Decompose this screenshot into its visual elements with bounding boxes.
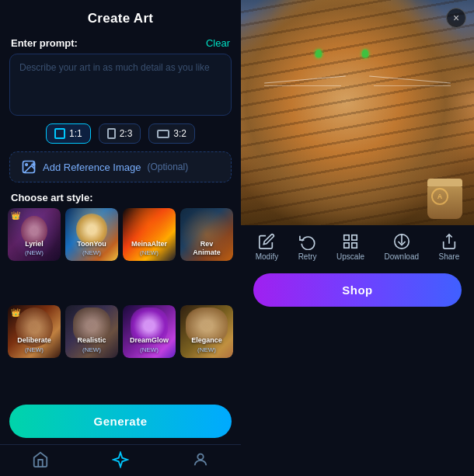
retry-icon	[299, 233, 316, 250]
style-elegance-label: Elegance(NEW)	[180, 336, 233, 354]
share-icon	[441, 233, 458, 250]
close-button[interactable]: ×	[446, 8, 466, 28]
ref-image-label: Add Reference Image	[43, 162, 141, 173]
prompt-row: Enter prompt: Clear	[0, 34, 241, 54]
panel-title: Create Art	[0, 0, 241, 34]
action-row: Modify Retry Upscale Download	[241, 225, 474, 267]
shop-area: Shop	[241, 267, 474, 316]
svg-rect-8	[344, 243, 349, 248]
prompt-label: Enter prompt:	[11, 37, 78, 49]
ref-image-optional: (Optional)	[147, 162, 188, 172]
shop-button[interactable]: Shop	[253, 273, 462, 307]
style-rev-card[interactable]: RevAnimate	[180, 208, 233, 261]
download-action[interactable]: Download	[385, 233, 419, 261]
ratio-3-2-button[interactable]: 3:2	[148, 123, 195, 144]
style-deliberate-card[interactable]: 👑 Deliberate(NEW)	[8, 305, 61, 358]
retry-label: Retry	[298, 252, 317, 261]
svg-point-1	[26, 164, 28, 166]
style-realistic-card[interactable]: Realistic(NEW)	[65, 305, 118, 358]
generate-area: Generate	[0, 397, 241, 444]
generated-image: LATESIGN A	[241, 0, 474, 225]
upscale-label: Upscale	[336, 252, 364, 261]
style-toonyou-label: ToonYou(NEW)	[65, 240, 118, 258]
add-reference-image-button[interactable]: Add Reference Image (Optional)	[9, 151, 232, 182]
ratio-landscape-icon	[157, 130, 169, 138]
clear-button[interactable]: Clear	[206, 37, 230, 49]
modify-label: Modify	[256, 252, 278, 261]
retry-action[interactable]: Retry	[298, 233, 317, 261]
nav-home[interactable]	[32, 451, 49, 468]
upscale-action[interactable]: Upscale	[336, 233, 364, 261]
share-action[interactable]: Share	[439, 233, 460, 261]
style-lyriel-label: Lyriel(NEW)	[8, 240, 61, 258]
svg-marker-4	[113, 453, 127, 467]
cat-image-composite: A	[241, 0, 474, 225]
style-dreamglow-card[interactable]: DreamGlow(NEW)	[123, 305, 176, 358]
prompt-input[interactable]	[9, 54, 232, 116]
style-section-label: Choose art style:	[0, 186, 241, 208]
share-label: Share	[439, 252, 460, 261]
generate-button[interactable]: Generate	[9, 405, 232, 438]
style-elegance-card[interactable]: Elegance(NEW)	[180, 305, 233, 358]
ratio-square-icon	[54, 128, 65, 139]
style-lyriel-card[interactable]: 👑 Lyriel(NEW)	[8, 208, 61, 261]
style-deliberate-label: Deliberate(NEW)	[8, 336, 61, 354]
style-meinaalter-label: MeinaAlter(NEW)	[123, 240, 176, 258]
art-style-grid: 👑 Lyriel(NEW) ToonYou(NEW) MeinaAlter(NE…	[0, 208, 241, 397]
ratio-portrait-icon	[107, 128, 116, 139]
crown-icon-deliberate: 👑	[11, 308, 20, 317]
right-panel: × LATESIGN A	[241, 0, 474, 476]
sparkle-icon	[112, 451, 129, 468]
ratio-2-3-button[interactable]: 2:3	[99, 123, 141, 144]
svg-rect-6	[344, 235, 349, 240]
left-panel: Create Art Enter prompt: Clear 1:1 2:3 3…	[0, 0, 241, 476]
image-add-icon	[21, 159, 37, 175]
ratio-1-1-button[interactable]: 1:1	[46, 123, 91, 144]
nav-profile[interactable]	[192, 451, 209, 468]
style-meinaalter-card[interactable]: MeinaAlter(NEW)	[123, 208, 176, 261]
style-dreamglow-label: DreamGlow(NEW)	[123, 336, 176, 354]
modify-action[interactable]: Modify	[256, 233, 278, 261]
ratio-row: 1:1 2:3 3:2	[0, 116, 241, 148]
crown-icon-lyriel: 👑	[11, 211, 20, 220]
bottom-nav	[0, 444, 241, 476]
nav-create[interactable]	[112, 451, 129, 468]
svg-rect-7	[352, 235, 357, 240]
style-rev-label: RevAnimate	[180, 240, 233, 258]
home-icon	[32, 451, 49, 468]
profile-icon	[192, 451, 209, 468]
style-toonyou-card[interactable]: ToonYou(NEW)	[65, 208, 118, 261]
download-icon	[393, 233, 410, 250]
modify-icon	[258, 233, 275, 250]
upscale-icon	[342, 233, 359, 250]
svg-point-5	[198, 454, 204, 460]
style-realistic-label: Realistic(NEW)	[65, 336, 118, 354]
download-label: Download	[385, 252, 419, 261]
svg-rect-9	[352, 243, 357, 248]
